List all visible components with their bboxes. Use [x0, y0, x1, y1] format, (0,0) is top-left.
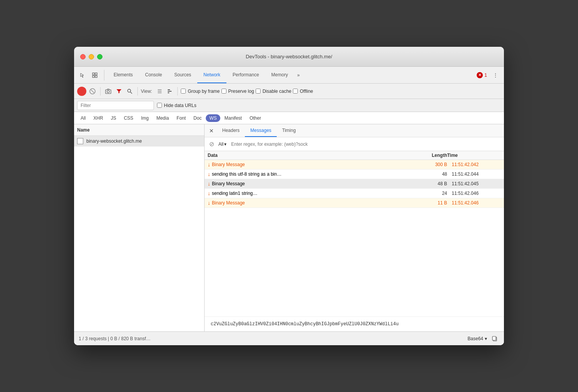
titlebar: DevTools - binary-websocket.glitch.me/: [74, 47, 504, 67]
separator-3: [177, 87, 178, 96]
settings-icon[interactable]: ⋮: [490, 70, 501, 81]
message-row[interactable]: ↓sending latin1 string…2411:51:42.046: [205, 189, 504, 198]
error-badge[interactable]: ✕ 1: [477, 72, 487, 78]
svg-point-7: [107, 91, 109, 93]
hide-data-urls-checkbox[interactable]: Hide data URLs: [157, 103, 197, 108]
message-length: 48: [409, 171, 447, 177]
close-button[interactable]: [80, 54, 86, 59]
message-data: ↓sending latin1 string…: [208, 190, 409, 196]
type-filter-manifest[interactable]: Manifest: [221, 114, 245, 122]
message-filter-input[interactable]: [230, 141, 501, 148]
tab-memory[interactable]: Memory: [265, 67, 294, 83]
message-row[interactable]: ↓Binary Message11 B11:51:42.046: [205, 198, 504, 208]
search-icon[interactable]: [125, 87, 134, 96]
group-by-frame-checkbox[interactable]: Group by frame: [181, 89, 220, 94]
type-filter-media[interactable]: Media: [153, 114, 172, 122]
devtools-window: DevTools - binary-websocket.glitch.me/: [74, 47, 504, 345]
message-data: ↓Binary Message: [208, 200, 409, 206]
svg-rect-14: [168, 91, 172, 92]
name-column-header: Name: [74, 124, 204, 136]
close-detail-button[interactable]: ✕: [208, 127, 215, 135]
status-text: 1 / 3 requests | 0 B / 820 B transf…: [79, 336, 467, 341]
view-label: View:: [141, 89, 152, 94]
error-icon: ✕: [477, 72, 483, 78]
base64-select[interactable]: Base64 ▾: [467, 336, 487, 341]
message-length: 11 B: [409, 200, 447, 206]
waterfall-view-icon[interactable]: [165, 87, 174, 96]
svg-rect-2: [92, 76, 94, 77]
no-entry-icon[interactable]: ⊘: [208, 140, 215, 148]
type-filter-ws[interactable]: WS: [206, 114, 220, 122]
svg-rect-15: [168, 92, 169, 93]
status-bar: 1 / 3 requests | 0 B / 820 B transf… Bas…: [74, 331, 504, 345]
tab-list: Elements Console Sources Network Perform…: [107, 67, 477, 83]
message-row[interactable]: ↓sending this utf-8 string as a bin…4811…: [205, 170, 504, 179]
message-length: 24: [409, 191, 447, 196]
message-length: 48 B: [409, 181, 447, 186]
cursor-icon[interactable]: [77, 70, 88, 81]
type-filter-all[interactable]: All: [77, 114, 89, 122]
message-data: ↓Binary Message: [208, 161, 409, 168]
message-row[interactable]: ↓Binary Message48 B11:51:42.045: [205, 179, 504, 189]
minimize-button[interactable]: [89, 54, 94, 59]
tab-console[interactable]: Console: [139, 67, 168, 83]
tab-sources[interactable]: Sources: [168, 67, 197, 83]
list-view-icon[interactable]: [155, 87, 164, 96]
tabs-bar: Elements Console Sources Network Perform…: [74, 67, 504, 84]
type-filter-img[interactable]: Img: [137, 114, 152, 122]
message-row[interactable]: ↓Binary Message300 B11:51:42.042: [205, 160, 504, 170]
type-filter-font[interactable]: Font: [173, 114, 189, 122]
window-title: DevTools - binary-websocket.glitch.me/: [246, 54, 332, 59]
type-filter-xhr[interactable]: XHR: [90, 114, 106, 122]
clear-button[interactable]: [88, 87, 97, 96]
tab-messages[interactable]: Messages: [245, 124, 277, 137]
tab-performance[interactable]: Performance: [226, 67, 265, 83]
filter-input[interactable]: [77, 101, 154, 110]
message-length: 300 B: [409, 162, 447, 167]
request-icon: [77, 138, 83, 144]
message-filter-select[interactable]: All ▾: [218, 142, 226, 147]
tab-overflow[interactable]: »: [294, 72, 303, 78]
separator-2: [137, 87, 138, 96]
maximize-button[interactable]: [97, 54, 102, 59]
message-data: ↓sending this utf-8 string as a bin…: [208, 171, 409, 177]
type-filter-doc[interactable]: Doc: [190, 114, 205, 122]
type-filters: AllXHRJSCSSImgMediaFontDocWSManifestOthe…: [74, 112, 504, 124]
type-filter-js[interactable]: JS: [107, 114, 120, 122]
preserve-log-checkbox[interactable]: Preserve log: [221, 89, 254, 94]
record-button[interactable]: [77, 87, 86, 96]
separator-1: [100, 87, 101, 96]
traffic-lights: [80, 54, 102, 59]
tab-timing[interactable]: Timing: [277, 124, 301, 137]
view-icons: [155, 87, 174, 96]
status-right: Base64 ▾: [467, 334, 499, 343]
devtools-body: Elements Console Sources Network Perform…: [74, 67, 504, 345]
svg-point-8: [128, 89, 131, 92]
svg-rect-3: [95, 76, 97, 77]
type-filter-css[interactable]: CSS: [121, 114, 137, 122]
svg-line-5: [91, 90, 94, 93]
message-time: 11:51:42.044: [447, 171, 501, 177]
left-panel: Name binary-websocket.glitch.me: [74, 124, 205, 331]
detail-content: c2VuZGluZyB0aGlzIHV0Zi04IHN0cmluZyBhcyBh…: [205, 316, 504, 331]
camera-icon[interactable]: [104, 87, 113, 96]
tab-network[interactable]: Network: [197, 67, 226, 83]
type-filter-other[interactable]: Other: [246, 114, 264, 122]
svg-line-9: [130, 92, 132, 94]
offline-checkbox[interactable]: Offline: [293, 89, 313, 94]
detail-tabs: ✕ Headers Messages Timing: [205, 124, 504, 137]
svg-rect-1: [95, 73, 97, 75]
request-row[interactable]: binary-websocket.glitch.me: [74, 136, 204, 147]
messages-table: Data Length Time ↓Binary Message300 B11:…: [205, 151, 504, 316]
copy-button[interactable]: [490, 334, 499, 343]
filter-icon[interactable]: [114, 87, 124, 96]
filter-bar: Hide data URLs: [74, 99, 504, 112]
tab-elements[interactable]: Elements: [107, 67, 139, 83]
tab-icons: [77, 70, 104, 81]
tab-headers[interactable]: Headers: [217, 124, 245, 137]
inspect-icon[interactable]: [89, 70, 100, 81]
message-time: 11:51:42.046: [447, 191, 501, 196]
main-content: Name binary-websocket.glitch.me ✕ Header…: [74, 124, 504, 331]
disable-cache-checkbox[interactable]: Disable cache: [256, 89, 291, 94]
svg-rect-17: [492, 336, 496, 340]
